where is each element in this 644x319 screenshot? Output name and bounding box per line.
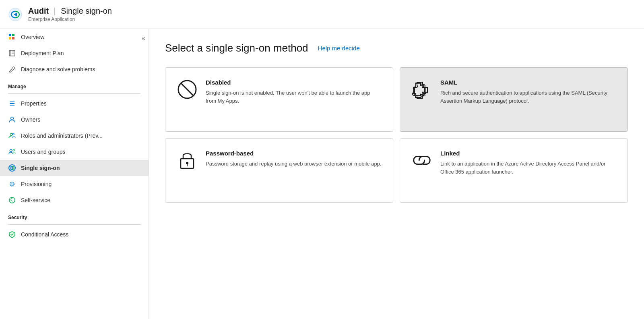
sidebar-label-overview: Overview <box>21 34 44 40</box>
sidebar-label-owners: Owners <box>21 116 40 123</box>
header-separator: | <box>54 6 56 15</box>
card-content-disabled: Disabled Single sign-on is not enabled. … <box>206 79 382 105</box>
person-icon <box>8 116 16 124</box>
wrench-icon <box>8 65 16 73</box>
card-desc-password: Password storage and replay using a web … <box>206 160 381 168</box>
collapse-button[interactable]: « <box>138 33 149 44</box>
svg-marker-20 <box>11 167 13 169</box>
security-divider <box>8 224 140 225</box>
sidebar-section-security: Security <box>0 208 149 223</box>
app-icon <box>8 7 23 22</box>
svg-rect-2 <box>9 34 11 36</box>
svg-point-28 <box>186 162 188 164</box>
sidebar-item-diagnose[interactable]: Diagnose and solve problems <box>0 61 149 77</box>
sidebar-item-deployment-plan[interactable]: Deployment Plan <box>0 45 149 61</box>
card-desc-linked: Link to an application in the Azure Acti… <box>440 160 616 176</box>
header-title-group: Audit | Single sign-on Enterprise Applic… <box>28 6 112 22</box>
card-content-password: Password-based Password storage and repl… <box>206 150 381 168</box>
main-title: Select a single sign-on method <box>165 42 308 54</box>
sidebar-label-sso: Single sign-on <box>21 165 60 171</box>
sidebar-item-roles[interactable]: Roles and administrators (Prev... <box>0 128 149 144</box>
sidebar-section-manage: Manage <box>0 77 149 92</box>
sidebar-label-self-service: Self-service <box>21 197 50 203</box>
gear-person-icon <box>8 180 16 188</box>
svg-point-17 <box>10 149 12 152</box>
self-service-icon <box>8 196 16 204</box>
sidebar-label-provisioning: Provisioning <box>21 181 52 187</box>
card-content-linked: Linked Link to an application in the Azu… <box>440 150 616 176</box>
sidebar-label-conditional-access: Conditional Access <box>21 231 68 238</box>
svg-rect-3 <box>12 34 14 36</box>
disabled-icon <box>177 79 198 100</box>
app-name: Audit <box>28 6 49 15</box>
svg-point-22 <box>10 182 14 186</box>
sidebar-label-properties: Properties <box>21 100 47 107</box>
svg-point-14 <box>11 117 14 120</box>
card-linked[interactable]: Linked Link to an application in the Azu… <box>400 138 628 203</box>
card-password[interactable]: Password-based Password storage and repl… <box>165 138 393 203</box>
sidebar-label-users-groups: Users and groups <box>21 149 66 155</box>
svg-point-16 <box>12 133 14 135</box>
users-icon <box>8 148 16 156</box>
card-content-saml: SAML Rich and secure authentication to a… <box>440 79 616 105</box>
sidebar-label-roles: Roles and administrators (Prev... <box>21 133 103 139</box>
sidebar-item-single-sign-on[interactable]: Single sign-on <box>0 160 149 176</box>
sidebar-label-diagnose: Diagnose and solve problems <box>21 66 95 72</box>
card-title-saml: SAML <box>440 79 616 86</box>
cards-grid: Disabled Single sign-on is not enabled. … <box>165 67 628 203</box>
sidebar-item-overview[interactable]: Overview <box>0 29 149 45</box>
password-icon <box>177 150 198 171</box>
sidebar-label-deployment: Deployment Plan <box>21 50 64 56</box>
card-title-linked: Linked <box>440 150 616 157</box>
card-desc-disabled: Single sign-on is not enabled. The user … <box>206 89 382 105</box>
card-saml[interactable]: SAML Rich and secure authentication to a… <box>400 67 628 132</box>
sidebar-item-users-groups[interactable]: Users and groups <box>0 144 149 160</box>
card-disabled[interactable]: Disabled Single sign-on is not enabled. … <box>165 67 393 132</box>
svg-line-26 <box>181 83 194 96</box>
sidebar-item-properties[interactable]: Properties <box>0 95 149 112</box>
sidebar-item-conditional-access[interactable]: Conditional Access <box>0 226 149 242</box>
body: « Overview Depl <box>0 29 644 319</box>
svg-rect-5 <box>12 37 14 39</box>
card-title-disabled: Disabled <box>206 79 382 86</box>
book-icon <box>8 49 16 57</box>
grid-icon <box>8 33 16 41</box>
main-header: Select a single sign-on method Help me d… <box>165 42 628 54</box>
manage-divider <box>8 93 140 94</box>
svg-point-24 <box>12 202 12 203</box>
arrow-circle-icon <box>8 164 16 172</box>
main-content: Select a single sign-on method Help me d… <box>149 29 644 319</box>
sidebar-item-self-service[interactable]: Self-service <box>0 192 149 208</box>
header-subtitle: Enterprise Application <box>28 17 112 22</box>
saml-icon <box>411 79 432 100</box>
sidebar-item-owners[interactable]: Owners <box>0 112 149 128</box>
page-title: Single sign-on <box>61 6 112 15</box>
svg-point-21 <box>11 183 13 185</box>
header: Audit | Single sign-on Enterprise Applic… <box>0 0 644 29</box>
svg-point-18 <box>13 149 14 151</box>
help-link[interactable]: Help me decide <box>318 45 360 52</box>
card-desc-saml: Rich and secure authentication to applic… <box>440 89 616 105</box>
sidebar-item-provisioning[interactable]: Provisioning <box>0 176 149 192</box>
shield-icon <box>8 230 16 238</box>
bars-icon <box>8 99 16 108</box>
person-group-icon <box>8 132 16 140</box>
svg-rect-4 <box>9 37 11 39</box>
card-title-password: Password-based <box>206 150 381 157</box>
linked-icon <box>411 150 432 171</box>
header-full-title: Audit | Single sign-on <box>28 6 112 16</box>
sidebar: « Overview Depl <box>0 29 149 319</box>
svg-point-15 <box>10 133 12 136</box>
